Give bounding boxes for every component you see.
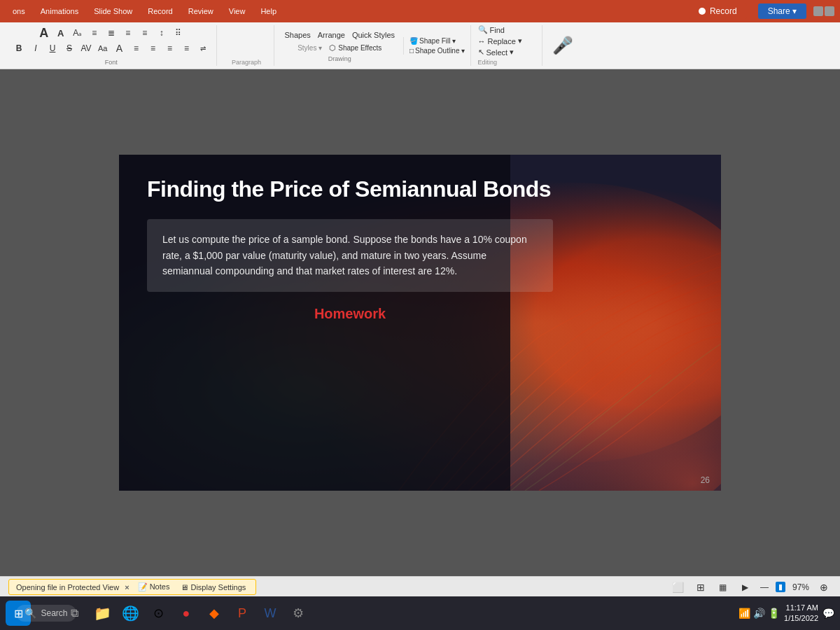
- shapes-arrange-row: Shapes Arrange Quick Styles: [281, 29, 398, 41]
- rtl-btn[interactable]: ⇌: [195, 41, 211, 56]
- align-center-btn[interactable]: ≡: [120, 25, 136, 41]
- taskbar-app1[interactable]: ●: [174, 601, 199, 626]
- select-btn[interactable]: ↖ Select ▾: [478, 48, 514, 57]
- paragraph-group-label: Paragraph: [232, 59, 261, 66]
- search-icon: 🔍: [478, 25, 488, 34]
- taskbar-edge[interactable]: 🌐: [118, 601, 143, 626]
- list-bullets-btn[interactable]: ≡: [87, 25, 102, 41]
- drawing-group: Shapes Arrange Quick Styles Styles ▾ ⬡ S…: [276, 25, 470, 66]
- align-equal-btn[interactable]: ≡: [162, 41, 177, 56]
- record-button[interactable]: Record: [689, 4, 747, 19]
- tab-view[interactable]: View: [222, 4, 253, 18]
- slide-body-box: Let us compute the price of a sample bon…: [147, 219, 553, 291]
- app2-icon: ◆: [209, 606, 219, 621]
- align-left-btn[interactable]: ≡: [128, 41, 144, 56]
- replace-icon: ↔: [478, 37, 486, 46]
- slide-title: Finding the Price of Semiannual Bonds: [147, 176, 693, 202]
- tab-review[interactable]: Review: [181, 4, 220, 18]
- font-name-btn[interactable]: Aa: [95, 43, 110, 54]
- drawing-group-label: Drawing: [328, 55, 351, 62]
- text-color-btn[interactable]: A: [111, 41, 127, 56]
- font-size-large-btn[interactable]: A: [36, 25, 52, 41]
- font-row-1: A A Aₐ ≡ ≣ ≡ ≡ ↕ ⠿: [36, 25, 186, 41]
- zoom-track[interactable]: ▮: [776, 582, 785, 592]
- quick-styles-btn[interactable]: Quick Styles: [349, 29, 398, 41]
- list-numbered-btn[interactable]: ≣: [104, 25, 119, 41]
- shapes-btn[interactable]: Shapes: [281, 29, 313, 41]
- line-spacing-btn[interactable]: ↕: [154, 25, 169, 41]
- italic-btn[interactable]: I: [28, 41, 43, 56]
- notification-icon[interactable]: 💬: [822, 608, 834, 619]
- shape-effects-btn[interactable]: ⬡ Shape Effects: [326, 42, 384, 54]
- slide-content: Finding the Price of Semiannual Bonds Le…: [119, 155, 721, 491]
- notes-btn[interactable]: 📝 Notes: [135, 581, 173, 593]
- taskbar-taskview[interactable]: ⧉: [62, 601, 87, 626]
- tab-record[interactable]: Record: [141, 4, 179, 18]
- notification-bar: Opening file in Protected View × 📝 Notes…: [8, 579, 256, 595]
- display-settings-btn[interactable]: 🖥 Display Settings: [178, 582, 248, 593]
- volume-icon[interactable]: 🔊: [753, 608, 765, 619]
- styles-row: Styles ▾ ⬡ Shape Effects: [295, 42, 384, 54]
- notification-close-btn[interactable]: ×: [125, 583, 129, 592]
- taskbar: ⊞ 🔍 Search ⧉ 📁 🌐 ⊙ ● ◆ P W ⚙ 📶 🔊 🔋: [0, 596, 840, 630]
- view-reading-btn[interactable]: ▦: [715, 580, 731, 595]
- ribbon-tab-bar: ons Animations Slide Show Record Review …: [0, 0, 840, 22]
- app1-icon: ●: [183, 606, 190, 621]
- shape-fill-icon: 🪣: [410, 37, 418, 45]
- slide[interactable]: Finding the Price of Semiannual Bonds Le…: [119, 155, 721, 491]
- taskbar-word[interactable]: W: [258, 601, 283, 626]
- shape-outline-icon: □: [410, 47, 414, 55]
- system-clock[interactable]: 11:17 AM 1/15/2022: [784, 603, 818, 624]
- settings-icon: ⚙: [293, 606, 304, 621]
- battery-icon[interactable]: 🔋: [768, 608, 780, 619]
- powerpoint-icon: P: [238, 606, 246, 621]
- maximize-button[interactable]: [825, 6, 834, 16]
- replace-btn[interactable]: ↔ Replace ▾: [478, 36, 522, 46]
- align-right-btn[interactable]: ≡: [137, 25, 153, 41]
- view-normal-btn[interactable]: ⬜: [671, 580, 686, 595]
- bold-btn[interactable]: B: [11, 41, 27, 56]
- tab-ons[interactable]: ons: [6, 4, 32, 18]
- zoom-fit-btn[interactable]: ⊕: [816, 580, 832, 595]
- window-controls: [813, 6, 834, 16]
- search-taskbar-btn[interactable]: 🔍 Search: [34, 601, 59, 626]
- taskbar-settings[interactable]: ⚙: [286, 601, 311, 626]
- indent-btn[interactable]: ≡: [178, 41, 194, 56]
- microphone-area: 🎤: [547, 25, 579, 66]
- tab-animations[interactable]: Animations: [34, 4, 85, 18]
- taskbar-file-explorer[interactable]: 📁: [90, 601, 115, 626]
- taskview-icon: ⧉: [71, 607, 78, 620]
- taskbar-app2[interactable]: ◆: [202, 601, 227, 626]
- tab-slideshow[interactable]: Slide Show: [87, 4, 139, 18]
- view-present-btn[interactable]: ▶: [738, 580, 753, 595]
- edge-icon: 🌐: [122, 605, 139, 622]
- microphone-icon[interactable]: 🎤: [552, 36, 573, 55]
- homework-label: Homework: [147, 306, 553, 322]
- taskbar-chrome[interactable]: ⊙: [146, 601, 171, 626]
- status-right: ⬜ ⊞ ▦ ▶ — ▮ 97% ⊕: [671, 580, 832, 595]
- share-button[interactable]: Share ▾: [758, 4, 806, 19]
- shape-outline-btn[interactable]: □ Shape Outline ▾: [410, 47, 464, 55]
- font-size-small-btn[interactable]: A: [53, 25, 69, 41]
- minimize-button[interactable]: [813, 6, 823, 16]
- spacing-btn[interactable]: AV: [78, 41, 94, 56]
- display-settings-icon: 🖥: [181, 583, 188, 592]
- view-grid-btn[interactable]: ⊞: [693, 580, 708, 595]
- align-justify-btn[interactable]: ≡: [145, 41, 160, 56]
- folder-icon: 📁: [94, 605, 111, 622]
- search-icon: 🔍: [24, 608, 36, 619]
- arrange-btn[interactable]: Arrange: [315, 29, 348, 41]
- slide-number: 26: [701, 475, 710, 485]
- columns-btn[interactable]: ⠿: [171, 25, 186, 41]
- shape-fill-btn[interactable]: 🪣 Shape Fill ▾: [410, 37, 455, 45]
- wifi-icon[interactable]: 📶: [738, 608, 750, 619]
- font-transform-btn[interactable]: Aₐ: [70, 25, 85, 41]
- format-bar: A A Aₐ ≡ ≣ ≡ ≡ ↕ ⠿ B I U S AV Aa A ≡ ≡ ≡: [0, 22, 840, 69]
- underline-btn[interactable]: U: [45, 41, 60, 56]
- font-group: A A Aₐ ≡ ≣ ≡ ≡ ↕ ⠿ B I U S AV Aa A ≡ ≡ ≡: [6, 25, 217, 66]
- find-btn[interactable]: 🔍 Find: [478, 25, 505, 34]
- taskbar-powerpoint[interactable]: P: [230, 601, 255, 626]
- zoom-value: 97%: [792, 582, 809, 592]
- tab-help[interactable]: Help: [253, 4, 284, 18]
- strikethrough-btn[interactable]: S: [62, 41, 77, 56]
